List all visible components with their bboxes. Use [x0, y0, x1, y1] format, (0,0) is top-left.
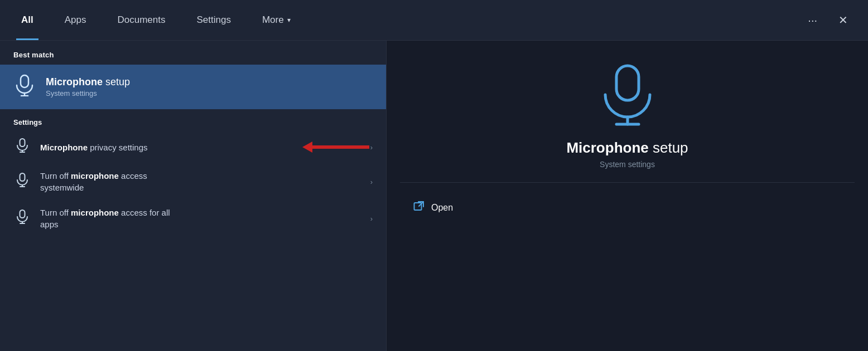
- result-privacy-text: Microphone privacy settings: [40, 142, 289, 153]
- tab-more-label: More: [262, 14, 284, 26]
- tab-settings[interactable]: Settings: [181, 0, 246, 40]
- svg-rect-14: [616, 66, 639, 100]
- chevron-down-icon: ▾: [287, 16, 291, 24]
- close-button[interactable]: ✕: [833, 10, 853, 30]
- result-allapps-text: Turn off microphone access for allapps: [40, 207, 361, 230]
- svg-rect-11: [20, 210, 25, 218]
- svg-rect-7: [311, 145, 369, 149]
- result-item-systemwide[interactable]: Turn off microphone accesssystemwide ›: [0, 163, 386, 200]
- tab-documents[interactable]: Documents: [102, 0, 181, 40]
- main-layout: Best match Microphone setup System setti…: [0, 41, 868, 351]
- best-match-title: Microphone setup: [46, 76, 130, 88]
- tab-apps-label: Apps: [65, 14, 86, 26]
- best-match-item[interactable]: Microphone setup System settings: [0, 65, 386, 109]
- tab-all[interactable]: All: [6, 0, 49, 40]
- tab-documents-label: Documents: [117, 14, 165, 26]
- svg-marker-6: [302, 142, 312, 153]
- best-match-text: Microphone setup System settings: [46, 76, 130, 98]
- right-panel: Microphone setup System settings Open: [387, 41, 868, 351]
- best-match-label: Best match: [0, 41, 386, 65]
- open-label: Open: [431, 203, 453, 213]
- more-options-button[interactable]: ···: [802, 11, 823, 30]
- detail-microphone-icon: [600, 63, 655, 129]
- chevron-right-icon: ›: [370, 143, 373, 152]
- microphone-small-icon-3: [13, 209, 31, 227]
- svg-rect-17: [414, 203, 422, 210]
- tab-bar: All Apps Documents Settings More ▾ ··· ✕: [0, 0, 868, 41]
- result-item-allapps[interactable]: Turn off microphone access for allapps ›: [0, 200, 386, 237]
- red-arrow-annotation: [302, 140, 369, 154]
- tab-more[interactable]: More ▾: [247, 0, 306, 40]
- settings-section-label: Settings: [0, 109, 386, 131]
- result-item-privacy[interactable]: Microphone privacy settings ›: [0, 131, 386, 163]
- divider: [400, 182, 855, 183]
- tab-bar-right: ··· ✕: [802, 10, 862, 30]
- chevron-right-icon-2: ›: [370, 178, 373, 186]
- microphone-small-icon: [13, 138, 31, 156]
- svg-rect-0: [21, 75, 28, 87]
- result-systemwide-text: Turn off microphone accesssystemwide: [40, 170, 361, 193]
- detail-title: Microphone setup: [566, 139, 688, 157]
- tabs-container: All Apps Documents Settings More ▾: [6, 0, 802, 40]
- detail-subtitle: System settings: [600, 160, 655, 169]
- svg-rect-8: [20, 173, 25, 181]
- left-panel: Best match Microphone setup System setti…: [0, 41, 387, 351]
- best-match-subtitle: System settings: [46, 89, 130, 98]
- microphone-icon: [13, 74, 36, 100]
- open-external-icon: [413, 201, 425, 214]
- tab-apps[interactable]: Apps: [49, 0, 102, 40]
- open-button[interactable]: Open: [400, 196, 855, 219]
- tab-all-label: All: [21, 14, 33, 26]
- svg-rect-3: [20, 139, 25, 147]
- tab-settings-label: Settings: [196, 14, 230, 26]
- chevron-right-icon-3: ›: [370, 214, 373, 223]
- microphone-small-icon-2: [13, 173, 31, 191]
